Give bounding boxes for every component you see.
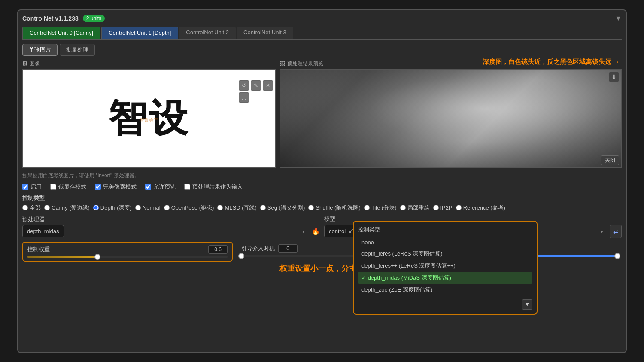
- depth-annotation: 深度图，白色镜头近，反之黑色区域离镜头远 →: [483, 58, 620, 66]
- radio-tile-label: Tile (分块): [371, 204, 397, 212]
- subtabs-row: 单张图片 批量处理: [22, 44, 622, 56]
- checkbox-allow-preview[interactable]: 允许预览: [145, 183, 176, 191]
- tab-unit3[interactable]: ControlNet Unit 3: [237, 27, 293, 39]
- radio-seg-label: Seg (语义分割): [267, 204, 305, 212]
- guidance-end-thumb[interactable]: [614, 253, 620, 259]
- dropdown-popup: 控制类型 none depth_leres (LeReS 深度图估算) dept…: [353, 221, 538, 315]
- radio-inpaint-label: 局部重绘: [407, 204, 430, 212]
- tab-unit1[interactable]: ControlNet Unit 1 [Depth]: [101, 27, 178, 39]
- tab-unit0[interactable]: ControlNet Unit 0 [Canny]: [22, 27, 100, 39]
- checkbox-perfect-pixel[interactable]: 完美像素模式: [95, 183, 137, 191]
- radio-shuffle[interactable]: Shuffle (随机洗牌): [308, 204, 361, 212]
- preview-box: 关闭 ⬇: [280, 69, 622, 168]
- radio-depth[interactable]: Depth (深度): [93, 204, 132, 212]
- radio-normal-label: Normal: [143, 204, 161, 211]
- img-ctrl-row-top: ↺ ✎ ✕: [239, 80, 273, 91]
- popup-item-lerespp[interactable]: depth_leres++ (LeReS 深度图估算++): [358, 260, 532, 272]
- popup-item-leres[interactable]: depth_leres (LeReS 深度图估算): [358, 248, 532, 260]
- tab-unit2[interactable]: ControlNet Unit 2: [179, 27, 236, 39]
- fire-icon: 🔥: [311, 227, 320, 235]
- popup-dropdown-btn[interactable]: ▼: [522, 299, 532, 310]
- radio-canny-label: Canny (硬边缘): [52, 204, 90, 212]
- guidance-start-thumb[interactable]: [238, 253, 244, 259]
- hint-text: 如果使用白底黑线图片，请使用 "invert" 预处理器。: [22, 172, 622, 179]
- radio-reference[interactable]: Reference (参考): [456, 204, 505, 212]
- checkbox-lowvram[interactable]: 低显存模式: [50, 183, 86, 191]
- radio-tile[interactable]: Tile (分块): [364, 204, 397, 212]
- checkbox-perfect-pixel-label: 完美像素模式: [103, 183, 137, 191]
- control-weight-track[interactable]: [27, 256, 228, 258]
- checkbox-row: 启用 低显存模式 完美像素模式 允许预览 预处理结果作为输入: [22, 183, 622, 191]
- radio-reference-label: Reference (参考): [463, 204, 505, 212]
- image-label-text: 图像: [30, 60, 40, 67]
- radio-seg[interactable]: Seg (语义分割): [260, 204, 305, 212]
- image-box[interactable]: 智设 智设会车 ↺ ✎ ✕ ⛶: [22, 69, 276, 168]
- image-icon: 🖼: [22, 61, 27, 67]
- radio-openpose[interactable]: OpenPose (姿态): [164, 204, 214, 212]
- radio-mlsd[interactable]: MLSD (直线): [217, 204, 256, 212]
- checkbox-enable[interactable]: 启用: [22, 183, 42, 191]
- radio-depth-label: Depth (深度): [100, 204, 132, 212]
- depth-overlay: [280, 70, 621, 167]
- image-controls: ↺ ✎ ✕ ⛶: [239, 80, 273, 103]
- image-label: 🖼 图像: [22, 60, 276, 67]
- control-weight-group: 控制权重 0.6: [22, 242, 233, 262]
- radio-openpose-label: OpenPose (姿态): [171, 204, 214, 212]
- control-type-grid: 全部 Canny (硬边缘) Depth (深度) Normal OpenPos…: [22, 204, 622, 212]
- checkbox-lowvram-label: 低显存模式: [58, 183, 86, 191]
- preprocessor-select-container: depth_midas 🔥: [22, 225, 320, 237]
- window-title: ControlNet v1.1.238: [22, 15, 79, 22]
- tabs-row: ControlNet Unit 0 [Canny] ControlNet Uni…: [22, 27, 622, 40]
- popup-bottom: ▼: [358, 299, 532, 310]
- close-img-btn[interactable]: ✕: [263, 80, 273, 91]
- guidance-start-label: 引导介入时机: [241, 245, 275, 252]
- depth-image: [280, 70, 621, 167]
- radio-ip2p-label: IP2P: [440, 204, 453, 211]
- control-weight-label: 控制权重: [27, 246, 50, 253]
- radio-ip2p[interactable]: IP2P: [433, 204, 453, 212]
- control-weight-fill: [27, 256, 97, 258]
- preprocessor-col: 预处理器 depth_midas 🔥: [22, 216, 320, 237]
- model-arrow-btn[interactable]: ⇄: [610, 225, 622, 238]
- img-ctrl-row-bottom: ⛶: [239, 92, 273, 103]
- checkbox-input-label: 预处理结果作为输入: [192, 183, 243, 191]
- radio-normal[interactable]: Normal: [135, 204, 161, 212]
- popup-title: 控制类型: [358, 226, 532, 234]
- checkbox-allow-preview-label: 允许预览: [153, 183, 176, 191]
- main-window: ▼ ControlNet v1.1.238 2 units ControlNet…: [17, 9, 627, 353]
- preview-panel: 🖼 预处理结果预览 关闭 ⬇ 深度图，白色镜头近，反之黑色区域离镜头远 →: [280, 60, 622, 168]
- control-weight-value: 0.6: [208, 245, 228, 254]
- subtab-single[interactable]: 单张图片: [22, 44, 58, 56]
- checkbox-enable-label: 启用: [30, 183, 42, 191]
- popup-item-zoe[interactable]: depth_zoe (ZoE 深度图估算): [358, 284, 532, 296]
- units-badge: 2 units: [83, 15, 105, 22]
- radio-shuffle-label: Shuffle (随机洗牌): [316, 204, 361, 212]
- preview-icon: 🖼: [280, 61, 285, 67]
- preprocessor-dropdown[interactable]: depth_midas: [22, 225, 64, 237]
- radio-all-label: 全部: [30, 204, 41, 212]
- radio-canny[interactable]: Canny (硬边缘): [44, 204, 90, 212]
- preview-label-text: 预处理结果预览: [287, 60, 323, 67]
- image-panel: 🖼 图像 智设 智设会车 ↺ ✎ ✕ ⛶: [22, 60, 276, 168]
- checkbox-input[interactable]: 预处理结果作为输入: [184, 183, 243, 191]
- top-right-icon[interactable]: ▼: [615, 15, 622, 22]
- refresh-btn[interactable]: ↺: [239, 80, 249, 91]
- radio-all[interactable]: 全部: [22, 204, 41, 212]
- control-type-label: 控制类型: [22, 194, 622, 202]
- control-weight-label-row: 控制权重 0.6: [27, 245, 228, 254]
- preprocessor-col-label: 预处理器: [22, 216, 320, 223]
- close-preview-btn[interactable]: 关闭: [601, 155, 619, 165]
- popup-item-midas[interactable]: depth_midas (MiDaS 深度图估算): [358, 272, 532, 284]
- edit-btn[interactable]: ✎: [251, 80, 261, 91]
- expand-btn[interactable]: ⛶: [239, 92, 249, 103]
- watermark: 智设会车: [140, 117, 158, 123]
- preprocessor-dropdown-wrapper: depth_midas: [22, 225, 309, 237]
- title-bar: ControlNet v1.1.238 2 units: [22, 15, 622, 22]
- download-btn[interactable]: ⬇: [609, 72, 619, 82]
- radio-mlsd-label: MLSD (直线): [225, 204, 256, 212]
- control-weight-thumb[interactable]: [94, 254, 100, 260]
- radio-inpaint[interactable]: 局部重绘: [400, 204, 430, 212]
- content-area: 🖼 图像 智设 智设会车 ↺ ✎ ✕ ⛶: [22, 60, 622, 168]
- popup-item-none[interactable]: none: [358, 237, 532, 248]
- subtab-batch[interactable]: 批量处理: [60, 44, 95, 56]
